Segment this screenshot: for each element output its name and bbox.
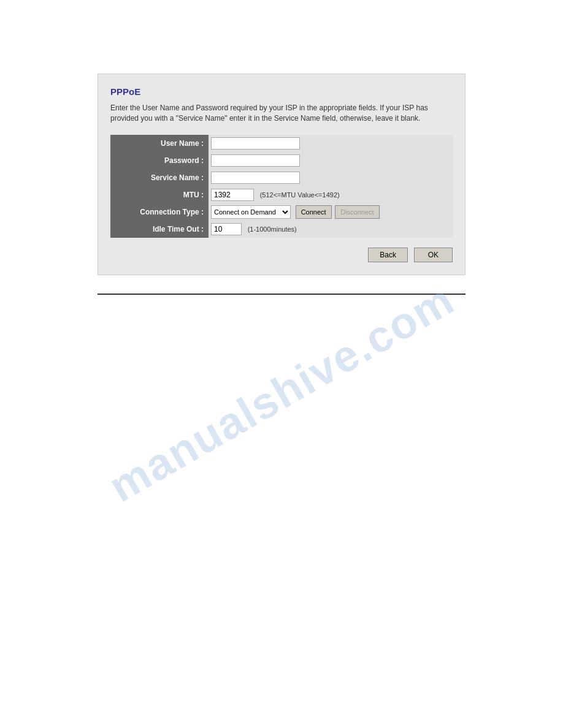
back-button[interactable]: Back — [368, 248, 408, 262]
password-cell — [209, 152, 453, 169]
panel-title: PPPoE — [110, 86, 453, 97]
user-name-cell — [209, 135, 453, 152]
idle-time-out-input[interactable] — [211, 223, 242, 235]
watermark: manualshive.com — [101, 274, 462, 512]
service-name-cell — [209, 169, 453, 186]
mtu-input[interactable] — [211, 189, 254, 201]
form-table: User Name : Password : Service Name : — [110, 135, 453, 238]
page-wrapper: PPPoE Enter the User Name and Password r… — [0, 74, 563, 728]
table-row: MTU : (512<=MTU Value<=1492) — [110, 186, 453, 203]
user-name-input[interactable] — [211, 137, 300, 150]
connection-type-label: Connection Type : — [110, 203, 209, 221]
main-panel: PPPoE Enter the User Name and Password r… — [98, 74, 465, 275]
ok-button[interactable]: OK — [414, 248, 453, 262]
password-label: Password : — [110, 152, 209, 169]
mtu-hint: (512<=MTU Value<=1492) — [260, 191, 340, 199]
service-name-input[interactable] — [211, 172, 300, 184]
idle-hint: (1-1000minutes) — [248, 226, 297, 233]
connection-type-cell: Connect on Demand Keep Alive Manual Conn… — [209, 203, 453, 221]
connect-button[interactable]: Connect — [296, 205, 332, 219]
table-row: Idle Time Out : (1-1000minutes) — [110, 221, 453, 238]
table-row: User Name : — [110, 135, 453, 152]
mtu-label: MTU : — [110, 186, 209, 203]
table-row: Service Name : — [110, 169, 453, 186]
top-horizontal-rule — [98, 294, 465, 295]
buttons-row: Back OK — [110, 248, 453, 262]
user-name-label: User Name : — [110, 135, 209, 152]
idle-time-out-label: Idle Time Out : — [110, 221, 209, 238]
table-row: Password : — [110, 152, 453, 169]
idle-cell: (1-1000minutes) — [209, 221, 453, 238]
connection-type-select[interactable]: Connect on Demand Keep Alive Manual — [211, 205, 291, 219]
disconnect-button[interactable]: Disconnect — [335, 205, 379, 219]
panel-description: Enter the User Name and Password require… — [110, 103, 453, 124]
service-name-label: Service Name : — [110, 169, 209, 186]
table-row: Connection Type : Connect on Demand Keep… — [110, 203, 453, 221]
password-input[interactable] — [211, 154, 300, 167]
mtu-cell: (512<=MTU Value<=1492) — [209, 186, 453, 203]
